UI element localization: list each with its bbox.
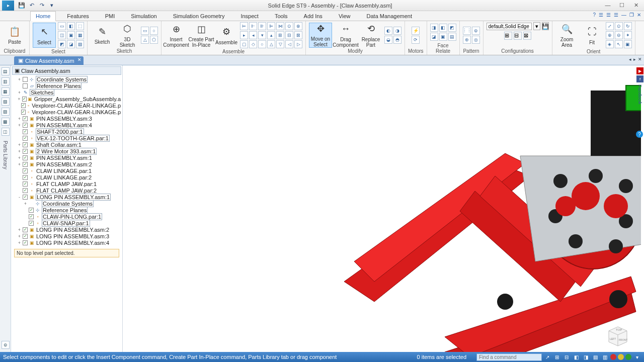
fr-2[interactable]: ◧ [439,24,447,32]
rail-btn-2[interactable]: ▥ [2,77,10,85]
tree-item[interactable]: ▫Vexplorer-CLAW-GEAR-LINKAGE.p [11,109,122,115]
pat-3[interactable]: ⊛ [463,36,471,44]
viewport-3d[interactable]: TOP LEFT FRONT ▶ f Facebook ? [123,65,644,352]
rel-8[interactable]: ▸ [240,31,248,39]
select-tool-9[interactable]: ▨ [76,40,84,48]
tree-item[interactable]: ⊹Reference Planes [11,207,122,213]
tree-item[interactable]: +▣PIN ASSEMBLY.asm:1 [11,154,122,161]
checkbox[interactable] [21,110,26,115]
expand-icon[interactable]: + [17,149,22,154]
tree-item[interactable]: ▫CLAW LINKAGE.par:1 [11,167,122,174]
config-input[interactable] [487,23,532,30]
checkbox[interactable] [23,123,28,128]
or-1[interactable]: ⤢ [606,22,614,30]
sketch-tool-4[interactable]: ⬠ [150,36,158,44]
tab-simulation-geometry[interactable]: Simulation Geometry [168,12,230,21]
paste-button[interactable]: 📋Paste [3,23,26,48]
or-6[interactable]: ✦ [624,31,632,39]
or-3[interactable]: ↻ [624,22,632,30]
rel-20[interactable]: ◁ [285,40,293,48]
status-dot-yellow[interactable] [618,354,624,360]
cfg-1[interactable]: ⊞ [504,32,512,40]
rel-3[interactable]: ⊪ [258,22,266,30]
doc-nav-left-icon[interactable]: ◂ [629,57,631,62]
checkbox[interactable] [23,227,28,232]
tree-item[interactable]: +▣LONG PIN ASSEMBLY.asm:3 [11,233,122,239]
tree-item[interactable]: ▫FLAT CLAMP JAW.par:2 [11,187,122,194]
tree-item[interactable]: +▣PIN ASSEMBLY.asm:2 [11,161,122,167]
pat-2[interactable]: ⊚ [472,27,480,35]
help-icon[interactable]: ? [593,12,596,18]
sketch-3d-button[interactable]: ⬡3D Sketch [116,23,139,48]
rel-16[interactable]: ◇ [249,40,257,48]
select-tool-1[interactable]: ▭ [58,22,66,30]
rel-2[interactable]: ⊩ [249,22,257,30]
or-9[interactable]: ▣ [624,40,632,48]
rel-21[interactable]: ▷ [294,40,302,48]
select-tool-4[interactable]: ◫ [58,31,66,39]
checkbox[interactable] [23,240,28,245]
expand-icon[interactable]: + [17,97,21,102]
tree-item[interactable]: +▣2 Wire Motor 393.asm:1 [11,148,122,154]
checkbox[interactable] [23,195,28,200]
expand-icon[interactable]: + [17,90,22,95]
rel-17[interactable]: ○ [258,40,266,48]
tab-simulation[interactable]: Simulation [126,12,162,21]
expand-icon[interactable]: + [17,155,22,160]
checkbox[interactable] [23,155,28,160]
tree-ref-planes[interactable]: ▱Reference Planes [11,82,122,89]
status-icon-7[interactable]: ▥ [601,353,609,360]
select-tool-8[interactable]: ◪ [67,40,75,48]
cfg-2[interactable]: ⊟ [514,32,522,40]
tree-item[interactable]: ▫CLAW LINKAGE.par:2 [11,174,122,180]
tree-item[interactable]: +▣PIN ASSEMBLY.asm:4 [11,122,122,128]
zoom-area-button[interactable]: 🔍Zoom Area [555,23,579,48]
checkbox[interactable] [23,116,28,121]
cfg-3[interactable]: ⊠ [523,32,531,40]
tree-item[interactable]: -▣LONG PIN ASSEMBLY.asm:1 [11,194,122,200]
qat-dropdown-icon[interactable]: ▾ [47,1,56,10]
tab-addins[interactable]: Add Ins [299,12,328,21]
context-help-icon[interactable]: ? [636,131,643,138]
tree-item[interactable]: ▫CLAW-SNAP.par:1 [11,220,122,226]
fr-5[interactable]: ▣ [439,33,447,41]
mdi-minimize-icon[interactable]: — [621,12,626,18]
rel-6[interactable]: ⊙ [285,22,293,30]
rel-14[interactable]: ⊠ [294,31,302,39]
mod-4[interactable]: ◓ [393,36,401,44]
tree-item[interactable]: +⊹Coordinate Systems [11,200,122,207]
or-4[interactable]: ⊕ [606,31,614,39]
tree-item[interactable]: ▫FLAT CLAMP JAW.par:1 [11,180,122,187]
rel-1[interactable]: ⊨ [240,22,248,30]
rail-btn-4[interactable]: ▧ [2,98,10,106]
status-icon-3[interactable]: ⊟ [562,353,571,360]
view-cube[interactable]: TOP LEFT FRONT [604,322,629,347]
tab-home[interactable]: Home [30,11,56,21]
tab-features[interactable]: Features [62,12,94,21]
ribbon-opt1-icon[interactable]: ☰ [599,12,603,18]
expand-icon[interactable]: + [23,201,28,206]
checkbox[interactable] [29,208,34,213]
mod-2[interactable]: ◑ [393,27,401,35]
rail-btn-5[interactable]: ▨ [2,108,10,116]
sketch-tool-2[interactable]: ○ [150,27,158,35]
expand-icon[interactable]: + [17,142,22,147]
rel-19[interactable]: ▽ [276,40,284,48]
checkbox[interactable] [29,221,34,226]
status-dot-green[interactable] [625,354,631,360]
fit-button[interactable]: ⛶Fit [581,23,604,48]
rail-btn-7[interactable]: ◫ [2,128,10,136]
checkbox[interactable] [29,214,34,219]
mdi-close-icon[interactable]: ✕ [637,12,641,18]
tab-data-management[interactable]: Data Management [362,12,418,21]
rel-5[interactable]: ⋈ [276,22,284,30]
command-finder-input[interactable] [476,353,542,361]
rel-12[interactable]: ⊞ [276,31,284,39]
rel-9[interactable]: ◂ [249,31,257,39]
doc-tab-close-icon[interactable]: ✕ [77,57,82,62]
checkbox[interactable] [23,168,28,173]
tab-inspect[interactable]: Inspect [235,12,263,21]
fr-4[interactable]: ◪ [430,33,438,41]
checkbox[interactable] [23,175,28,180]
tree-item[interactable]: ▫VEX-12-TOOTH-GEAR.par:1 [11,135,122,141]
